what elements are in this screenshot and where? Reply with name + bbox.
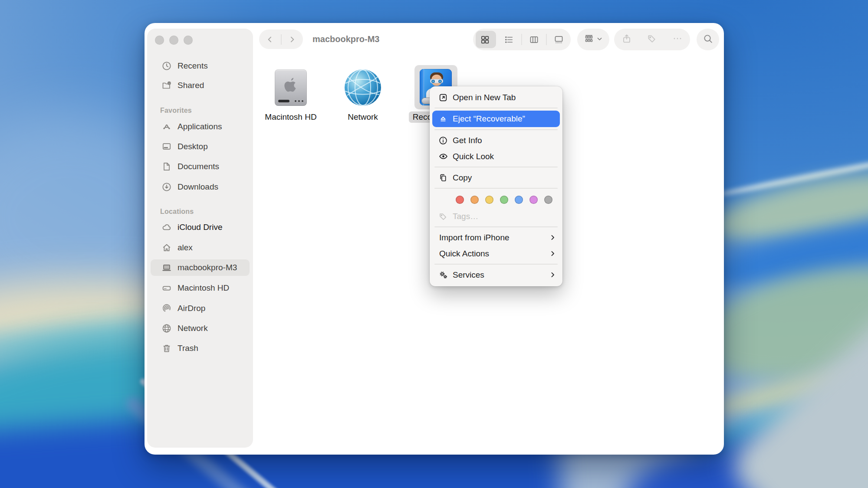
- group-by-icon: [584, 33, 594, 46]
- tag-red[interactable]: [456, 196, 464, 204]
- finder-sidebar: Recents Shared Favorites Applications D: [147, 29, 253, 448]
- sidebar-item-label: macbookpro-M3: [178, 263, 237, 272]
- sidebar-item-network[interactable]: Network: [154, 320, 249, 337]
- menu-separator: [434, 167, 558, 167]
- zoom-button[interactable]: [184, 36, 193, 45]
- icon-view-button[interactable]: [473, 29, 497, 50]
- tag-purple[interactable]: [529, 196, 538, 204]
- window-title: macbookpro-M3: [312, 23, 379, 55]
- sidebar-item-macintosh-hd[interactable]: Macintosh HD: [154, 280, 249, 296]
- menu-separator: [434, 108, 558, 108]
- column-view-button[interactable]: [522, 29, 546, 50]
- file-item-label: Macintosh HD: [265, 112, 316, 122]
- view-mode-switcher: [473, 29, 571, 50]
- action-buttons: [614, 29, 690, 50]
- sidebar-item-label: AirDrop: [178, 304, 205, 313]
- tag-gray[interactable]: [544, 196, 552, 204]
- menu-item-label: Quick Look: [453, 152, 494, 161]
- tag-button[interactable]: [647, 33, 657, 46]
- menu-item-services[interactable]: Services: [430, 267, 562, 283]
- back-button[interactable]: [259, 29, 281, 49]
- sidebar-item-macbookpro-m3[interactable]: macbookpro-M3: [151, 259, 250, 276]
- menu-item-open-in-new-tab[interactable]: Open in New Tab: [430, 89, 562, 105]
- file-item-network[interactable]: Network: [332, 67, 393, 122]
- copy-icon: [437, 173, 449, 183]
- laptop-icon: [160, 261, 173, 274]
- sidebar-section-locations: Locations: [160, 203, 194, 220]
- sidebar-item-label: Documents: [178, 162, 219, 171]
- sidebar-item-label: Trash: [178, 344, 198, 353]
- menu-item-label: Get Info: [453, 136, 482, 145]
- download-icon: [160, 180, 173, 193]
- tag-yellow[interactable]: [485, 196, 493, 204]
- sidebar-item-alex[interactable]: alex: [154, 239, 249, 256]
- menu-item-label: Import from iPhone: [439, 233, 510, 242]
- sidebar-item-label: Desktop: [178, 142, 208, 151]
- airdrop-icon: [160, 302, 173, 315]
- sidebar-item-recents[interactable]: Recents: [154, 58, 249, 74]
- menu-separator: [434, 129, 558, 130]
- menu-item-import-from-iphone[interactable]: Import from iPhone: [430, 229, 562, 246]
- submenu-chevron-icon: [549, 271, 556, 278]
- home-icon: [160, 241, 173, 254]
- tag-color-row: [430, 191, 562, 208]
- info-icon: [437, 136, 449, 145]
- tag-green[interactable]: [500, 196, 508, 204]
- sidebar-item-label: iCloud Drive: [178, 223, 222, 232]
- search-icon: [703, 33, 713, 46]
- group-by-button[interactable]: [577, 29, 609, 50]
- open-in-new-tab-icon: [437, 93, 449, 102]
- menu-item-tags: Tags…: [430, 208, 562, 224]
- menu-item-label: Quick Actions: [439, 249, 489, 259]
- close-button[interactable]: [155, 36, 164, 45]
- more-options-button[interactable]: [672, 33, 683, 46]
- sidebar-item-icloud-drive[interactable]: iCloud Drive: [154, 219, 249, 236]
- clock-icon: [160, 59, 173, 72]
- drive-dot: [295, 100, 296, 102]
- menu-item-eject-recoverable[interactable]: Eject “Recoverable”: [432, 111, 560, 127]
- cloud-icon: [160, 221, 173, 234]
- window-controls: [155, 36, 193, 45]
- menu-item-copy[interactable]: Copy: [430, 170, 562, 186]
- network-globe-icon: [344, 67, 382, 108]
- tag-orange[interactable]: [470, 196, 479, 204]
- services-gears-icon: [437, 270, 449, 280]
- menu-item-label: Services: [453, 270, 484, 280]
- menu-item-quick-look[interactable]: Quick Look: [430, 148, 562, 164]
- context-menu: Open in New Tab Eject “Recoverable” Get …: [430, 86, 562, 286]
- trash-icon: [160, 342, 173, 355]
- chevron-down-icon: [596, 36, 603, 44]
- list-view-button[interactable]: [497, 29, 521, 50]
- sidebar-item-airdrop[interactable]: AirDrop: [154, 300, 249, 317]
- sidebar-item-label: Downloads: [178, 182, 218, 192]
- sidebar-item-label: Network: [178, 324, 208, 333]
- search-button[interactable]: [697, 29, 719, 50]
- sidebar-item-label: Macintosh HD: [178, 283, 229, 293]
- file-item-macintosh-hd[interactable]: Macintosh HD: [260, 67, 321, 122]
- tag-blue[interactable]: [515, 196, 523, 204]
- sidebar-item-shared[interactable]: Shared: [154, 77, 249, 94]
- sidebar-item-desktop[interactable]: Desktop: [154, 138, 249, 155]
- tag-icon: [437, 212, 449, 221]
- sidebar-item-downloads[interactable]: Downloads: [154, 179, 249, 195]
- sidebar-section-favorites: Favorites: [160, 102, 192, 119]
- desktop: Recents Shared Favorites Applications D: [0, 0, 868, 488]
- file-item-label: Network: [348, 112, 378, 122]
- quick-look-eye-icon: [437, 151, 449, 161]
- gallery-view-button[interactable]: [547, 29, 571, 50]
- menu-item-label: Open in New Tab: [453, 93, 516, 102]
- menu-separator: [434, 188, 558, 189]
- share-button[interactable]: [621, 33, 632, 46]
- menu-item-get-info[interactable]: Get Info: [430, 132, 562, 148]
- drive-slot-detail: [278, 100, 289, 102]
- menu-item-quick-actions[interactable]: Quick Actions: [430, 246, 562, 262]
- submenu-chevron-icon: [549, 234, 556, 241]
- menu-separator: [434, 264, 558, 265]
- forward-button[interactable]: [282, 29, 303, 49]
- sidebar-item-documents[interactable]: Documents: [154, 158, 249, 175]
- menu-item-label: Tags…: [453, 212, 478, 221]
- finder-toolbar: macbookpro-M3: [253, 23, 724, 63]
- sidebar-item-trash[interactable]: Trash: [154, 340, 249, 357]
- minimize-button[interactable]: [169, 36, 178, 45]
- sidebar-item-applications[interactable]: Applications: [154, 118, 249, 135]
